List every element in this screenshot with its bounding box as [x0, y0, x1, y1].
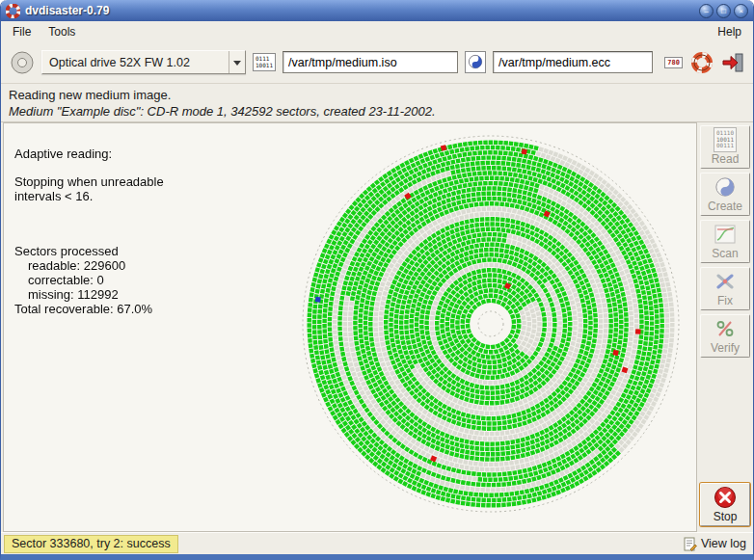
- drive-select-label: Optical drive 52X FW 1.02: [42, 56, 229, 69]
- status-header: Reading new medium image. Medium "Exampl…: [1, 84, 753, 122]
- window-controls: – □ ×: [699, 4, 748, 18]
- log-icon: [683, 537, 697, 551]
- stopping-condition-line1: Stopping when unreadable: [14, 174, 164, 189]
- help-icon[interactable]: [690, 51, 714, 74]
- medium-info-text: Medium "Example disc": CD-R mode 1, 3425…: [9, 104, 745, 119]
- image-file-icon-text: 10011: [256, 63, 273, 69]
- scan-button[interactable]: Scan: [700, 220, 750, 263]
- toolbar-right-group: 780: [664, 51, 744, 74]
- adaptive-reading-label: Adaptive reading:: [14, 147, 164, 161]
- maximize-button[interactable]: □: [716, 4, 731, 18]
- status-message: Sector 333680, try 2: success: [4, 535, 178, 553]
- create-icon: [714, 175, 736, 199]
- view-log-button[interactable]: View log: [683, 537, 750, 551]
- readable-count: readable: 229600: [14, 258, 164, 273]
- view-log-label: View log: [701, 537, 746, 550]
- main-area: Adaptive reading: Stopping when unreadab…: [3, 122, 697, 532]
- fix-button[interactable]: Fix: [700, 267, 750, 310]
- chevron-down-icon: [229, 51, 245, 73]
- sectors-processed-label: Sectors processed: [14, 244, 164, 258]
- statusbar: Sector 333680, try 2: success View log: [1, 532, 753, 554]
- reading-info-panel: Adaptive reading: Stopping when unreadab…: [14, 147, 164, 316]
- verify-icon: [714, 317, 736, 340]
- create-button-label: Create: [708, 200, 742, 213]
- scan-button-label: Scan: [712, 247, 738, 260]
- read-button[interactable]: 01110 10011 00111 Read: [700, 125, 750, 169]
- quit-icon[interactable]: [721, 52, 744, 73]
- main-row: Adaptive reading: Stopping when unreadab…: [1, 122, 753, 532]
- ecc-file-icon: [465, 51, 486, 74]
- close-button[interactable]: ×: [734, 4, 748, 18]
- read-icon: 01110 10011 00111: [714, 127, 737, 152]
- menubar: File Tools Help: [1, 21, 753, 41]
- correctable-count: correctable: 0: [14, 273, 164, 287]
- action-status-text: Reading new medium image.: [9, 88, 745, 102]
- verify-button[interactable]: Verify: [700, 314, 750, 358]
- create-button[interactable]: Create: [700, 173, 750, 216]
- stop-button[interactable]: Stop: [700, 483, 750, 526]
- read-button-label: Read: [712, 152, 740, 166]
- menu-tools[interactable]: Tools: [40, 23, 84, 40]
- stopping-condition-line2: intervals < 16.: [14, 189, 164, 203]
- window-icon: [6, 4, 20, 18]
- total-recoverable: Total recoverable: 67.0%: [14, 302, 164, 316]
- preferences-icon[interactable]: 780: [664, 57, 683, 68]
- image-file-input[interactable]: [283, 51, 458, 73]
- image-file-icon: 0111 10011: [253, 53, 276, 71]
- action-sidebar: 01110 10011 00111 Read Create Scan: [697, 122, 753, 532]
- menu-help[interactable]: Help: [709, 23, 750, 40]
- window-title: dvdisaster-0.79: [25, 4, 694, 17]
- fix-icon: [714, 270, 736, 293]
- ecc-file-input[interactable]: [493, 51, 653, 73]
- app-window: dvdisaster-0.79 – □ × File Tools Help Op…: [0, 0, 754, 560]
- fix-button-label: Fix: [717, 294, 733, 307]
- menu-file[interactable]: File: [4, 23, 40, 40]
- drive-icon: [10, 50, 35, 75]
- stop-button-label: Stop: [714, 510, 738, 523]
- minimize-button[interactable]: –: [699, 4, 714, 18]
- scan-icon: [714, 223, 736, 246]
- drive-select[interactable]: Optical drive 52X FW 1.02: [41, 50, 246, 74]
- stop-icon: [714, 486, 737, 509]
- missing-count: missing: 112992: [14, 287, 164, 302]
- toolbar: Optical drive 52X FW 1.02 0111 10011 780: [1, 41, 753, 84]
- titlebar[interactable]: dvdisaster-0.79 – □ ×: [1, 0, 753, 21]
- verify-button-label: Verify: [711, 341, 740, 355]
